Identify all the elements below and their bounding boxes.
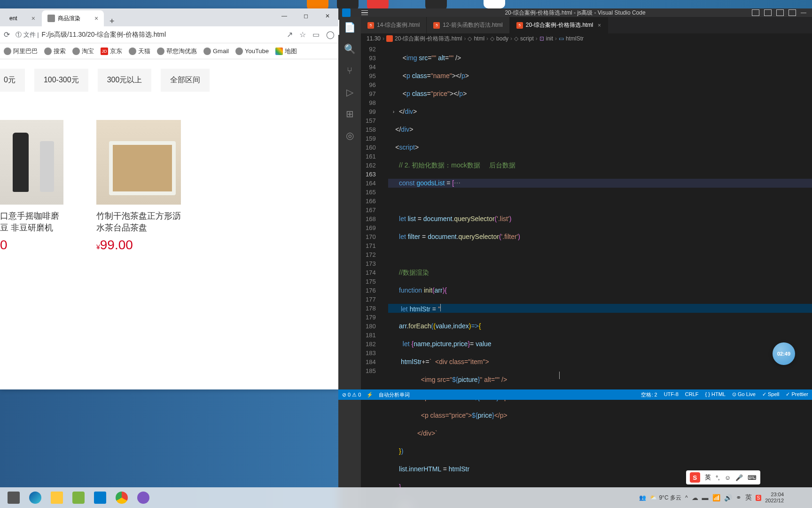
share-icon[interactable]: ↗ — [287, 30, 293, 39]
search-icon[interactable]: 🔍 — [344, 43, 355, 55]
bookmark-item[interactable]: 天猫 — [129, 47, 150, 56]
file-explorer-icon[interactable] — [47, 488, 67, 507]
chrome-icon[interactable] — [112, 488, 132, 507]
bookmark-item[interactable]: 搜索 — [44, 47, 66, 56]
reload-icon[interactable]: ⟳ — [4, 30, 10, 39]
url-text: F:/js高级/11.30/20-综合案例-价格筛选.html — [42, 31, 166, 39]
close-icon[interactable]: × — [31, 15, 35, 22]
minimize-icon[interactable]: — — [801, 9, 808, 16]
layout-icon[interactable] — [789, 9, 796, 16]
ime-punct-icon[interactable]: °, — [716, 474, 720, 481]
ime-tray-icon[interactable]: 英 — [745, 493, 752, 502]
system-tray: 👥 ⛅ 9°C 多云 ^ ☁ ▬ 📶 🔊 ⚭ 英 S 23:04 2022/12 — [541, 492, 812, 504]
activity-bar: 📄 🔍 ⑂ ▷ ⊞ ◎ 👤1 ⚙ — [338, 17, 361, 508]
browser-tab-strip: ent × 商品渲染 × + — ◻ ✕ — [0, 8, 338, 26]
bookmark-item[interactable]: Gmail — [203, 48, 229, 55]
status-language[interactable]: { } HTML — [705, 391, 726, 398]
editor-tab-active[interactable]: 520-综合案例-价格筛选.html× — [510, 17, 608, 33]
clock[interactable]: 23:04 2022/12 — [765, 492, 784, 504]
sogou-tray-icon[interactable]: S — [756, 495, 762, 501]
product-card[interactable]: 口意手摇咖啡磨豆 非豆研磨机 0 — [0, 120, 63, 253]
bookmark-item[interactable]: 帮您淘优惠 — [157, 47, 197, 56]
new-tab-button[interactable]: + — [105, 16, 119, 26]
tab-title: 商品渲染 — [58, 15, 80, 23]
layout-icon[interactable] — [764, 9, 772, 16]
go-live-button[interactable]: ⊙ Go Live — [732, 391, 756, 398]
tray-chevron-icon[interactable]: ^ — [685, 494, 688, 501]
close-button[interactable]: ✕ — [317, 8, 338, 24]
dock-app-icon[interactable] — [484, 0, 505, 8]
status-spaces[interactable]: 空格: 2 — [641, 391, 657, 398]
source-control-icon[interactable]: ⑂ — [344, 65, 355, 76]
app-icon[interactable] — [133, 488, 153, 507]
status-item[interactable]: 自动分析单词 — [379, 391, 410, 398]
start-button[interactable] — [4, 488, 23, 507]
status-encoding[interactable]: UTF-8 — [664, 391, 679, 398]
bluetooth-icon[interactable]: ⚭ — [736, 494, 742, 501]
prettier-status[interactable]: ✓ Prettier — [786, 391, 808, 398]
close-icon[interactable]: × — [598, 22, 601, 29]
remote-icon[interactable]: ◎ — [344, 130, 355, 141]
edge-icon[interactable] — [25, 488, 45, 507]
timer-badge[interactable]: 02:49 — [773, 342, 795, 365]
ime-keyboard-icon[interactable]: ⌨ — [748, 474, 757, 481]
browser-tab-active[interactable]: 商品渲染 × — [42, 10, 104, 26]
filter-button[interactable]: 全部区间 — [161, 69, 210, 92]
editor-tab[interactable]: 514-综合案例.html — [361, 17, 427, 33]
close-icon[interactable]: × — [94, 15, 98, 22]
filter-button[interactable]: 100-300元 — [34, 69, 88, 92]
app-icon[interactable] — [69, 488, 88, 507]
weather-widget[interactable]: ⛅ 9°C 多云 — [650, 494, 681, 502]
filter-button[interactable]: 0元 — [0, 69, 25, 92]
url-input[interactable]: ① 文件 | F:/js高级/11.30/20-综合案例-价格筛选.html — [16, 31, 281, 39]
layout-icon[interactable] — [752, 9, 759, 16]
battery-icon[interactable]: ▬ — [702, 494, 709, 501]
bookmark-item[interactable]: 地图 — [275, 47, 297, 56]
ime-toolbar[interactable]: S 英 °, ☺ 🎤 ⌨ — [686, 470, 760, 484]
line-numbers: 9293949596979899157158159160161162163164… — [361, 44, 384, 508]
onedrive-icon[interactable]: ☁ — [692, 494, 698, 501]
spell-check[interactable]: ✓ Spell — [762, 391, 780, 398]
vscode-logo-icon — [342, 8, 351, 17]
browser-tab[interactable]: ent × — [4, 10, 41, 26]
weather-text: 9°C 多云 — [659, 494, 681, 502]
time-text: 23:04 — [765, 492, 784, 498]
address-bar: ⟳ ① 文件 | F:/js高级/11.30/20-综合案例-价格筛选.html… — [0, 26, 338, 43]
code-editor[interactable]: 9293949596979899157158159160161162163164… — [361, 44, 812, 508]
maximize-button[interactable]: ◻ — [295, 8, 317, 24]
bookmark-item[interactable]: 淘宝 — [72, 47, 94, 56]
status-eol[interactable]: CRLF — [685, 391, 699, 398]
errors-count[interactable]: ⊘ 0 ⚠ 0 — [342, 392, 361, 398]
run-debug-icon[interactable]: ▷ — [344, 87, 355, 98]
profile-icon[interactable]: ◯ — [326, 30, 335, 39]
ime-language[interactable]: 英 — [705, 473, 711, 482]
extensions-icon[interactable]: ⊞ — [344, 108, 355, 119]
page-favicon — [47, 15, 55, 22]
vscode-window: 20-综合案例-价格筛选.html - js高级 - Visual Studio… — [338, 8, 812, 389]
filter-button[interactable]: 300元以上 — [98, 69, 152, 92]
reading-list-icon[interactable]: ▭ — [312, 30, 320, 39]
status-item[interactable]: ⚡ — [367, 392, 373, 398]
product-card[interactable]: 竹制干泡茶盘正方形沥水茶台品茶盘 ¥99.00 — [96, 120, 181, 253]
minimize-button[interactable]: — — [273, 8, 295, 24]
ime-voice-icon[interactable]: 🎤 — [735, 474, 743, 481]
ime-emoji-icon[interactable]: ☺ — [725, 474, 731, 481]
volume-icon[interactable]: 🔊 — [724, 494, 732, 501]
menu-icon[interactable] — [354, 10, 375, 16]
product-name: 竹制干泡茶盘正方形沥水茶台品茶盘 — [96, 210, 181, 234]
bookmark-star-icon[interactable]: ☆ — [299, 30, 306, 39]
vscode-taskbar-icon[interactable] — [90, 488, 110, 507]
bookmark-item[interactable]: YouTube — [235, 48, 269, 55]
layout-controls: — — [752, 9, 808, 16]
text-cursor — [559, 372, 560, 379]
bookmark-item[interactable]: JD京东 — [101, 47, 122, 56]
explorer-icon[interactable]: 📄 — [344, 22, 355, 33]
bookmark-item[interactable]: 阿里巴巴 — [4, 47, 38, 56]
breadcrumb[interactable]: 11.30› 20-综合案例-价格筛选.html› ◇html› ◇body› … — [361, 33, 812, 44]
code-content[interactable]: <img src="" alt="" /> <p class="name"></… — [384, 44, 812, 508]
product-price: ¥99.00 — [96, 238, 181, 253]
editor-tab[interactable]: 512-箭头函数的语法.html — [427, 17, 509, 33]
people-icon[interactable]: 👥 — [639, 494, 646, 501]
layout-icon[interactable] — [776, 9, 784, 16]
wifi-icon[interactable]: 📶 — [712, 494, 720, 501]
